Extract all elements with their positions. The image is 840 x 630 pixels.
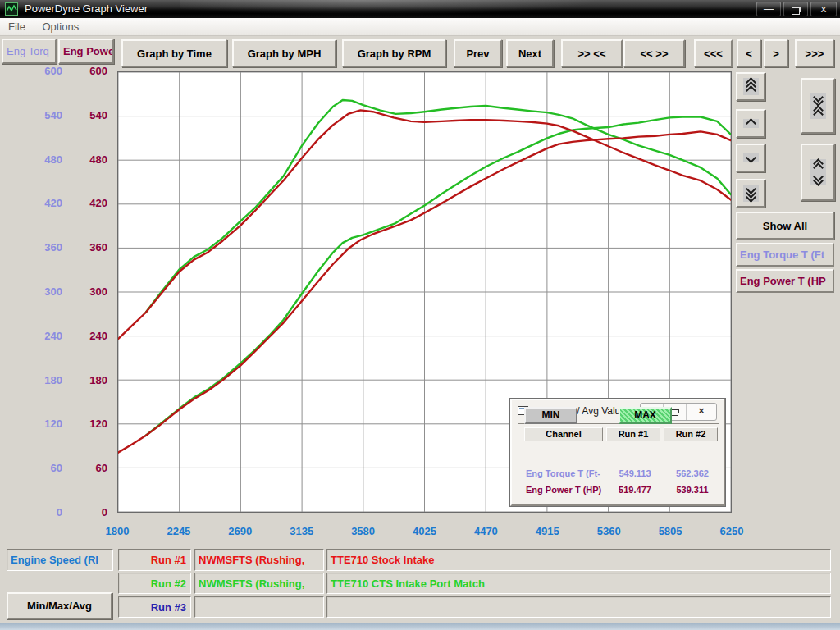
tab-eng-torque[interactable]: Eng Torq — [2, 39, 57, 64]
graph-by-rpm-button[interactable]: Graph by RPM — [342, 39, 446, 67]
row-torque-run2-value: 562.362 — [670, 468, 714, 478]
y-tick-power: 480 — [89, 153, 107, 166]
y-tick-power: 360 — [89, 241, 107, 253]
channel-eng-power[interactable]: Eng Power T (HP — [736, 269, 834, 293]
y-tick-torque: 420 — [44, 197, 62, 209]
y-tick-torque: 180 — [44, 374, 62, 386]
run3-comment-box[interactable] — [326, 596, 831, 618]
y-tick-torque: 60 — [51, 462, 62, 474]
run1-file-box[interactable]: NWMSFTS (Rushing, — [194, 549, 324, 571]
window-title: PowerDyne Graph Viewer — [25, 2, 148, 15]
run2-file-box[interactable]: NWMSFTS (Rushing, — [194, 573, 324, 594]
menu-bar: File Options — [0, 18, 840, 36]
app-icon — [5, 2, 18, 16]
y-tick-torque: 540 — [44, 109, 62, 121]
x-tick-rpm: 4025 — [413, 525, 436, 537]
chevron-down-icon — [743, 153, 759, 162]
restore-icon — [792, 7, 800, 15]
close-button[interactable]: x — [810, 2, 837, 16]
row-power-run2-value: 539.311 — [670, 485, 714, 495]
x-tick-rpm: 2690 — [228, 525, 252, 537]
y-tick-power: 240 — [89, 330, 107, 342]
row-torque-channel: Eng Torque T (Ft- — [526, 468, 600, 478]
maximize-icon — [671, 409, 678, 416]
y-tick-power: 180 — [89, 374, 107, 386]
triple-chevron-up-icon — [743, 78, 759, 95]
x-channel-box[interactable]: Engine Speed (RI — [7, 549, 113, 571]
compress-vertical-button[interactable] — [801, 78, 835, 134]
minmax-close-button[interactable]: × — [687, 404, 716, 420]
scroll-up-button[interactable] — [736, 109, 765, 138]
zoom-in-button[interactable]: >> << — [561, 39, 623, 67]
scroll-left-button[interactable]: < — [737, 39, 761, 67]
title-bar: PowerDyne Graph Viewer — x — [0, 0, 840, 18]
menu-options[interactable]: Options — [35, 18, 85, 33]
column-header-run1[interactable]: Run #1 — [606, 427, 660, 441]
prev-button[interactable]: Prev — [454, 39, 502, 67]
min-toggle-button[interactable]: MIN — [524, 407, 578, 424]
y-tick-power: 540 — [89, 109, 107, 121]
run2-comment-box[interactable]: TTE710 CTS Intake Port Match — [326, 573, 831, 594]
minmax-window: Min / Max / Avg Valu... × MIN MAX Channe… — [510, 399, 725, 506]
scroll-far-left-button[interactable]: <<< — [694, 39, 733, 67]
minimize-button[interactable]: — — [756, 2, 781, 16]
x-tick-rpm: 2245 — [167, 525, 190, 537]
expand-vertical-button[interactable] — [801, 144, 835, 201]
scroll-up-fast-button[interactable] — [736, 72, 765, 101]
y-tick-power: 420 — [89, 197, 107, 209]
expand-chevrons-icon — [810, 159, 826, 185]
column-header-channel[interactable]: Channel — [524, 427, 603, 441]
triple-chevron-down-icon — [743, 185, 759, 202]
y-tick-torque: 360 — [44, 241, 62, 253]
row-torque-run1-value: 549.113 — [613, 468, 657, 478]
y-tick-power: 0 — [102, 506, 107, 518]
x-tick-rpm: 4915 — [536, 525, 559, 537]
compress-chevrons-icon — [810, 93, 826, 119]
window-bottom-border — [0, 623, 840, 630]
tab-eng-power[interactable]: Eng Powe — [58, 39, 114, 64]
y-tick-power: 600 — [89, 65, 107, 77]
y-tick-power: 60 — [96, 462, 107, 474]
x-axis-labels: 1800224526903135358040254470491553605805… — [117, 525, 732, 540]
y-tick-torque: 120 — [44, 418, 62, 430]
run1-label-box[interactable]: Run #1 — [118, 549, 191, 571]
x-tick-rpm: 6250 — [720, 525, 744, 537]
minmaxavg-button[interactable]: Min/Max/Avg — [7, 592, 112, 619]
y-tick-power: 120 — [89, 418, 107, 430]
x-tick-rpm: 5360 — [597, 525, 621, 537]
run3-label-box[interactable]: Run #3 — [118, 596, 191, 618]
y-tick-torque: 300 — [44, 285, 62, 298]
x-tick-rpm: 4470 — [474, 525, 498, 537]
titlebar-gloss — [180, 0, 640, 18]
restore-button[interactable] — [783, 2, 808, 16]
show-all-button[interactable]: Show All — [736, 212, 834, 240]
y-tick-torque: 240 — [44, 330, 62, 342]
menu-file[interactable]: File — [2, 18, 32, 33]
scroll-far-right-button[interactable]: >>> — [795, 39, 834, 67]
row-power-channel: Eng Power T (HP) — [526, 485, 601, 495]
channel-eng-torque[interactable]: Eng Torque T (Ft — [736, 243, 834, 267]
y-tick-power: 300 — [89, 285, 107, 298]
chevron-up-icon — [743, 119, 759, 128]
x-tick-rpm: 3580 — [351, 525, 375, 537]
graph-by-time-button[interactable]: Graph by Time — [121, 39, 227, 67]
x-tick-rpm: 5805 — [659, 525, 682, 537]
zoom-out-button[interactable]: << >> — [623, 39, 685, 67]
x-tick-rpm: 1800 — [106, 525, 130, 537]
run1-comment-box[interactable]: TTE710 Stock Intake — [326, 549, 831, 571]
row-power-run1-value: 519.477 — [613, 485, 657, 495]
max-toggle-button[interactable]: MAX — [619, 407, 672, 424]
x-tick-rpm: 3135 — [290, 525, 313, 537]
run2-label-box[interactable]: Run #2 — [118, 573, 191, 594]
scroll-down-fast-button[interactable] — [736, 179, 765, 208]
graph-by-mph-button[interactable]: Graph by MPH — [232, 39, 336, 67]
y-tick-torque: 0 — [57, 506, 62, 518]
scroll-down-button[interactable] — [736, 144, 765, 172]
y-tick-torque: 480 — [44, 153, 62, 166]
next-button[interactable]: Next — [506, 39, 554, 67]
scroll-right-button[interactable]: > — [764, 39, 788, 67]
y-tick-torque: 600 — [44, 65, 62, 77]
column-header-run2[interactable]: Run #2 — [664, 427, 718, 441]
run3-file-box[interactable] — [194, 596, 324, 618]
